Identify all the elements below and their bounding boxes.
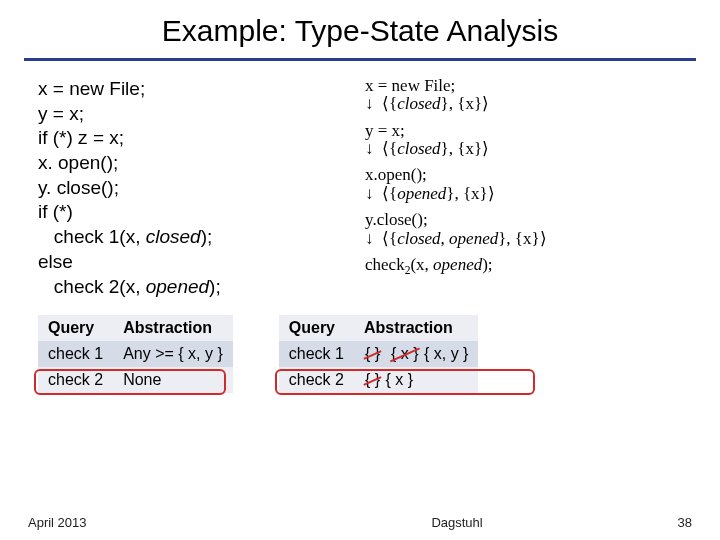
col-header-query: Query <box>279 315 354 341</box>
cell-abstraction: { } { x } <box>354 367 479 393</box>
content-columns: x = new File; y = x; if (*) z = x; x. op… <box>0 77 720 299</box>
trace-state: ↓ ⟨{opened}, {x}⟩ <box>365 185 682 203</box>
abstract-trace: x = new File; ↓ ⟨{closed}, {x}⟩ y = x; ↓… <box>365 77 682 299</box>
struck-set: { x } <box>390 345 420 363</box>
code-line: check 1(x, closed); <box>38 225 355 250</box>
right-table-wrap: Query Abstraction check 1 { } { x } { x,… <box>279 315 479 393</box>
table-row: check 1 { } { x } { x, y } <box>279 341 479 367</box>
col-header-abstraction: Abstraction <box>113 315 233 341</box>
code-line: else <box>38 250 355 275</box>
cell-query: check 1 <box>279 341 354 367</box>
code-line: y = x; <box>38 102 355 127</box>
col-header-abstraction: Abstraction <box>354 315 479 341</box>
cell-query: check 2 <box>38 367 113 393</box>
trace-stmt: y = x; <box>365 122 682 140</box>
code-line: x = new File; <box>38 77 355 102</box>
code-line: y. close(); <box>38 176 355 201</box>
table-row: check 1 Any >= { x, y } <box>38 341 233 367</box>
cell-query: check 2 <box>279 367 354 393</box>
cell-abstraction: None <box>113 367 233 393</box>
table-row: check 2 None <box>38 367 233 393</box>
code-line: x. open(); <box>38 151 355 176</box>
col-header-query: Query <box>38 315 113 341</box>
struck-set: { } <box>364 345 381 363</box>
trace-stmt: x.open(); <box>365 166 682 184</box>
trace-stmt: y.close(); <box>365 211 682 229</box>
footer-venue: Dagstuhl <box>431 515 482 530</box>
tables-row: Query Abstraction check 1 Any >= { x, y … <box>0 315 720 393</box>
footer-page-number: 38 <box>678 515 692 530</box>
slide-footer: April 2013 Dagstuhl 38 <box>0 515 720 530</box>
left-table-wrap: Query Abstraction check 1 Any >= { x, y … <box>38 315 233 393</box>
struck-set: { } <box>364 371 381 389</box>
code-line: if (*) z = x; <box>38 126 355 151</box>
cell-abstraction: { } { x } { x, y } <box>354 341 479 367</box>
cell-query: check 1 <box>38 341 113 367</box>
right-table: Query Abstraction check 1 { } { x } { x,… <box>279 315 479 393</box>
code-line: if (*) <box>38 200 355 225</box>
code-listing: x = new File; y = x; if (*) z = x; x. op… <box>38 77 355 299</box>
footer-date: April 2013 <box>28 515 87 530</box>
trace-stmt: x = new File; <box>365 77 682 95</box>
trace-state: ↓ ⟨{closed}, {x}⟩ <box>365 140 682 158</box>
trace-stmt: check2(x, opened); <box>365 256 682 278</box>
slide-title: Example: Type-State Analysis <box>0 0 720 58</box>
title-underline <box>24 58 696 61</box>
cell-abstraction: Any >= { x, y } <box>113 341 233 367</box>
trace-state: ↓ ⟨{closed, opened}, {x}⟩ <box>365 230 682 248</box>
code-line: check 2(x, opened); <box>38 275 355 300</box>
trace-state: ↓ ⟨{closed}, {x}⟩ <box>365 95 682 113</box>
left-table: Query Abstraction check 1 Any >= { x, y … <box>38 315 233 393</box>
table-row: check 2 { } { x } <box>279 367 479 393</box>
